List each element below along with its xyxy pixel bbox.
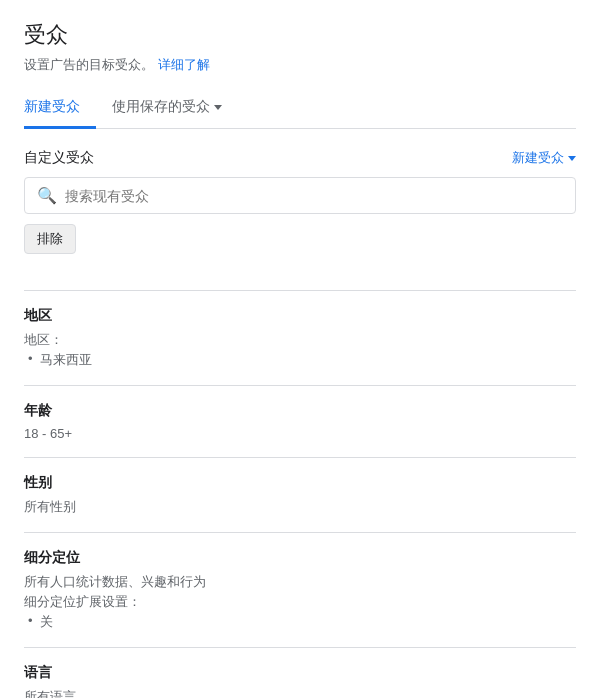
search-icon: 🔍	[37, 186, 57, 205]
divider-4	[24, 532, 576, 533]
search-box: 🔍	[24, 177, 576, 214]
divider-5	[24, 647, 576, 648]
detailed-targeting-value: 所有人口统计数据、兴趣和行为	[24, 573, 576, 591]
region-label: 地区：	[24, 331, 576, 349]
tabs-container: 新建受众 使用保存的受众	[24, 90, 576, 129]
custom-audience-header: 自定义受众 新建受众	[24, 149, 576, 167]
language-section: 语言 所有语言	[24, 664, 576, 698]
divider-1	[24, 290, 576, 291]
tab-new-audience[interactable]: 新建受众	[24, 90, 96, 129]
page-title: 受众	[24, 20, 576, 50]
region-section: 地区 地区： 马来西亚	[24, 307, 576, 369]
divider-3	[24, 457, 576, 458]
gender-title: 性别	[24, 474, 576, 492]
language-value: 所有语言	[24, 688, 576, 698]
tab-saved-audience-label: 使用保存的受众	[112, 98, 210, 116]
divider-2	[24, 385, 576, 386]
age-value: 18 - 65+	[24, 426, 576, 441]
language-title: 语言	[24, 664, 576, 682]
detailed-targeting-title: 细分定位	[24, 549, 576, 567]
new-audience-button[interactable]: 新建受众	[512, 149, 576, 167]
gender-section: 性别 所有性别	[24, 474, 576, 516]
new-audience-button-arrow-icon	[568, 156, 576, 161]
gender-value: 所有性别	[24, 498, 576, 516]
detailed-targeting-section: 细分定位 所有人口统计数据、兴趣和行为 细分定位扩展设置： 关	[24, 549, 576, 631]
subtitle: 设置广告的目标受众。 详细了解	[24, 56, 576, 74]
age-title: 年龄	[24, 402, 576, 420]
new-audience-button-label: 新建受众	[512, 149, 564, 167]
tab-saved-audience-arrow-icon	[214, 105, 222, 110]
exclude-button[interactable]: 排除	[24, 224, 76, 254]
tab-saved-audience[interactable]: 使用保存的受众	[112, 90, 238, 129]
learn-more-link[interactable]: 详细了解	[158, 57, 210, 72]
search-input[interactable]	[65, 188, 563, 204]
custom-audience-label: 自定义受众	[24, 149, 94, 167]
detailed-targeting-expansion-value: 关	[24, 613, 576, 631]
age-section: 年龄 18 - 65+	[24, 402, 576, 441]
detailed-targeting-expansion-label: 细分定位扩展设置：	[24, 593, 576, 611]
region-title: 地区	[24, 307, 576, 325]
subtitle-text: 设置广告的目标受众。	[24, 57, 154, 72]
region-value: 马来西亚	[24, 351, 576, 369]
